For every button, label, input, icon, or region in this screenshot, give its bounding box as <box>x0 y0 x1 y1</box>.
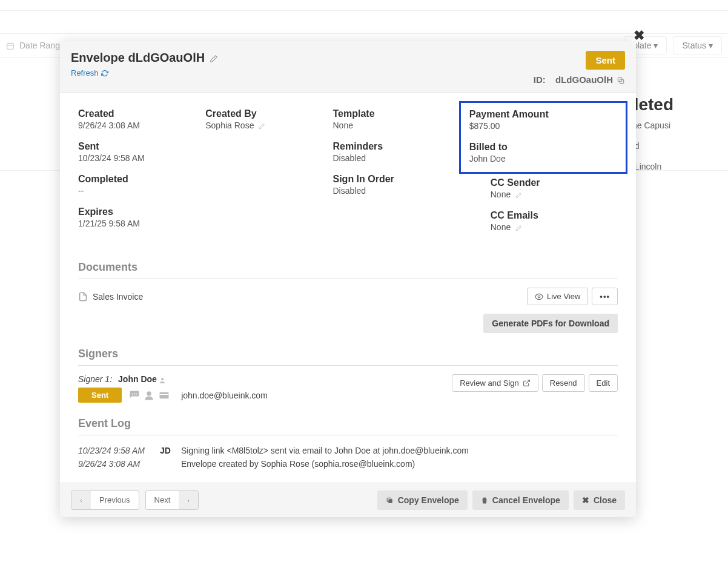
document-icon <box>78 290 88 303</box>
svg-point-6 <box>538 296 540 298</box>
event-log: 10/23/24 9:58 AM JD Signing link <M8l5to… <box>78 444 618 471</box>
close-icon[interactable]: ✖ <box>634 28 644 44</box>
signers-heading: Signers <box>78 348 618 366</box>
modal-header: Envelope dLdGOauOlH Refresh Sent ID: dLd… <box>60 41 636 93</box>
edit-title-icon[interactable] <box>210 53 218 62</box>
chevron-right-icon[interactable] <box>179 491 198 509</box>
info-grid: Created 9/26/24 3:08 AM Sent 10/23/24 9:… <box>78 108 618 243</box>
signer-status-badge: Sent <box>78 388 122 403</box>
copy-envelope-button[interactable]: Copy Envelope <box>377 490 468 510</box>
previous-pager[interactable]: Previous <box>71 490 139 510</box>
expires-field: Expires 1/21/25 9:58 AM <box>78 206 205 228</box>
card-icon[interactable] <box>158 389 170 401</box>
chevron-left-icon[interactable] <box>71 491 91 509</box>
svg-point-10 <box>136 394 137 395</box>
next-pager[interactable]: Next <box>145 490 199 510</box>
review-sign-button[interactable]: Review and Sign <box>452 374 538 392</box>
svg-rect-12 <box>160 392 169 399</box>
person-icon <box>157 375 167 384</box>
envelope-id: ID: dLdGOauOlH <box>534 74 625 85</box>
edit-creator-icon[interactable] <box>259 122 265 130</box>
edit-signer-button[interactable]: Edit <box>589 374 618 392</box>
reminders-field: Reminders Disabled <box>333 141 460 163</box>
chat-icon[interactable] <box>129 389 140 401</box>
signer-number-label: Signer 1: <box>78 374 112 384</box>
payment-amount-field: Payment Amount $875.00 <box>469 109 617 131</box>
sent-field: Sent 10/23/24 9:58 AM <box>78 141 205 163</box>
copy-id-icon[interactable] <box>617 74 625 84</box>
live-view-button[interactable]: Live View <box>527 288 588 305</box>
signer-email: john.doe@blueink.com <box>181 391 268 400</box>
event-log-heading: Event Log <box>78 417 618 435</box>
document-item[interactable]: Sales Invoice <box>78 290 143 303</box>
svg-point-7 <box>161 378 164 380</box>
svg-point-9 <box>134 394 135 395</box>
cancel-envelope-button[interactable]: Cancel Envelope <box>472 490 569 510</box>
svg-rect-15 <box>388 499 392 503</box>
edit-cc-sender-icon[interactable] <box>515 191 522 199</box>
page-title: Envelope dLdGOauOlH <box>71 51 218 65</box>
signer-name: John Doe <box>118 374 166 384</box>
payment-highlight-box: Payment Amount $875.00 Billed to John Do… <box>459 101 627 174</box>
template-field: Template None <box>333 108 460 130</box>
modal-footer: Previous Next Copy Envelope Cancel Envel… <box>60 483 636 517</box>
documents-heading: Documents <box>78 261 618 279</box>
completed-field: Completed -- <box>78 174 205 196</box>
refresh-link[interactable]: Refresh <box>71 68 218 78</box>
close-button[interactable]: ✖ Close <box>574 490 625 510</box>
envelope-modal: ✖ Envelope dLdGOauOlH Refresh Sent <box>60 41 636 517</box>
svg-point-11 <box>147 391 151 396</box>
created-field: Created 9/26/24 3:08 AM <box>78 108 205 130</box>
modal-body: Created 9/26/24 3:08 AM Sent 10/23/24 9:… <box>60 93 636 483</box>
sign-order-field: Sign In Order Disabled <box>333 174 460 196</box>
event-row: 10/23/24 9:58 AM JD Signing link <M8l5to… <box>78 444 618 457</box>
edit-cc-emails-icon[interactable] <box>515 223 522 232</box>
resend-button[interactable]: Resend <box>542 374 585 392</box>
event-row: 9/26/24 3:08 AM Envelope created by Soph… <box>78 457 618 471</box>
created-by-field: Created By Sophia Rose <box>205 108 333 130</box>
cc-emails-field: CC Emails None <box>491 210 618 232</box>
user-icon[interactable] <box>144 389 154 401</box>
svg-point-8 <box>132 394 133 395</box>
billed-to-field: Billed to John Doe <box>469 142 617 163</box>
more-actions-button[interactable]: ••• <box>592 288 618 305</box>
svg-line-14 <box>526 380 529 384</box>
generate-pdfs-button[interactable]: Generate PDFs for Download <box>483 314 618 333</box>
modal-overlay: ✖ Envelope dLdGOauOlH Refresh Sent <box>0 0 728 568</box>
status-badge: Sent <box>586 51 625 70</box>
cc-sender-field: CC Sender None <box>491 177 618 199</box>
